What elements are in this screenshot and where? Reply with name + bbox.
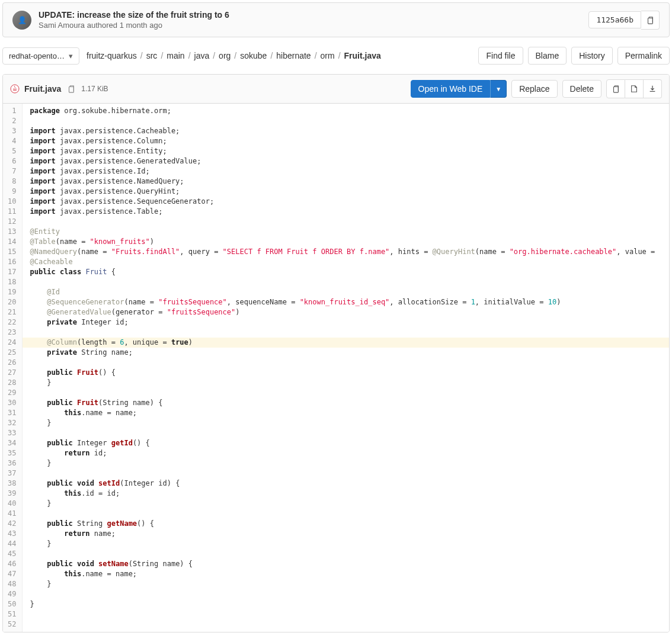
permalink-button[interactable]: Permalink	[617, 47, 670, 65]
line-number[interactable]: 2	[8, 116, 16, 126]
line-number[interactable]: 31	[8, 408, 16, 418]
code-line: }	[30, 499, 669, 509]
code-line	[30, 509, 669, 519]
branch-select[interactable]: redhat-opentour… ▾	[2, 47, 79, 65]
breadcrumb-item[interactable]: hibernate	[276, 51, 311, 60]
line-number[interactable]: 28	[8, 378, 16, 388]
line-number[interactable]: 47	[8, 569, 16, 579]
line-number[interactable]: 44	[8, 539, 16, 549]
line-number[interactable]: 10	[8, 197, 16, 207]
line-number[interactable]: 33	[8, 428, 16, 438]
line-number[interactable]: 40	[8, 499, 16, 509]
replace-button[interactable]: Replace	[511, 80, 557, 98]
commit-sha[interactable]: 1125a66b	[588, 11, 641, 28]
file-size: 1.17 KiB	[81, 85, 108, 93]
line-number[interactable]: 36	[8, 458, 16, 468]
code-line: this.name = name;	[30, 569, 669, 579]
open-ide-dropdown[interactable]: ▼	[490, 80, 507, 98]
line-number[interactable]: 14	[8, 237, 16, 247]
code-line	[30, 327, 669, 338]
code-line: @Table(name = "known_fruits")	[30, 237, 669, 247]
code-line: return id;	[30, 448, 669, 458]
line-number[interactable]: 18	[8, 277, 16, 287]
line-number[interactable]: 13	[8, 227, 16, 237]
code-line	[30, 277, 669, 287]
line-number[interactable]: 41	[8, 509, 16, 519]
line-number[interactable]: 20	[8, 297, 16, 307]
line-number[interactable]: 4	[8, 136, 16, 146]
history-button[interactable]: History	[571, 47, 613, 65]
breadcrumb-item[interactable]: sokube	[240, 51, 267, 60]
code-line: }	[30, 418, 669, 428]
line-number[interactable]: 1	[8, 106, 16, 116]
breadcrumb-item[interactable]: org	[219, 51, 231, 60]
breadcrumb-item[interactable]: orm	[321, 51, 335, 60]
line-number[interactable]: 35	[8, 448, 16, 458]
blame-button[interactable]: Blame	[528, 47, 567, 65]
line-number[interactable]: 29	[8, 388, 16, 398]
open-ide-button[interactable]: Open in Web IDE	[411, 80, 491, 98]
line-number[interactable]: 52	[8, 619, 16, 630]
line-number[interactable]: 23	[8, 327, 16, 338]
code-line: import javax.persistence.GeneratedValue;	[30, 156, 669, 166]
line-number[interactable]: 25	[8, 348, 16, 358]
line-number[interactable]: 34	[8, 438, 16, 448]
line-number[interactable]: 30	[8, 398, 16, 408]
download-button[interactable]	[644, 79, 662, 98]
line-number[interactable]: 37	[8, 468, 16, 479]
line-number[interactable]: 3	[8, 126, 16, 136]
line-number[interactable]: 17	[8, 267, 16, 277]
line-number[interactable]: 6	[8, 156, 16, 166]
line-number[interactable]: 42	[8, 519, 16, 529]
breadcrumb-item[interactable]: Fruit.java	[344, 51, 381, 60]
line-number[interactable]: 39	[8, 489, 16, 499]
line-number[interactable]: 16	[8, 257, 16, 267]
line-number[interactable]: 46	[8, 559, 16, 569]
code-line: public String getName() {	[30, 519, 669, 529]
line-number[interactable]: 12	[8, 217, 16, 227]
line-number[interactable]: 22	[8, 317, 16, 327]
code-line: public Fruit(String name) {	[30, 398, 669, 408]
line-number[interactable]: 45	[8, 549, 16, 559]
file-name: Fruit.java	[24, 84, 61, 94]
line-number[interactable]: 7	[8, 166, 16, 176]
code-line: @Id	[30, 287, 669, 297]
line-number[interactable]: 15	[8, 247, 16, 257]
line-number[interactable]: 11	[8, 207, 16, 217]
code-line: @GeneratedValue(generator = "fruitsSeque…	[30, 307, 669, 317]
line-number[interactable]: 43	[8, 529, 16, 539]
breadcrumb-item[interactable]: src	[146, 51, 158, 60]
line-number[interactable]: 50	[8, 599, 16, 609]
breadcrumb: fruitz-quarkus/src/main/java/org/sokube/…	[87, 51, 381, 60]
code-line: public void setName(String name) {	[30, 559, 669, 569]
java-file-icon	[10, 84, 20, 94]
breadcrumb-item[interactable]: java	[194, 51, 210, 60]
code-line	[30, 428, 669, 438]
line-number[interactable]: 48	[8, 579, 16, 589]
breadcrumb-item[interactable]: main	[167, 51, 184, 60]
code-line: public Integer getId() {	[30, 438, 669, 448]
line-number[interactable]: 26	[8, 358, 16, 368]
breadcrumb-item[interactable]: fruitz-quarkus	[87, 51, 137, 60]
find-file-button[interactable]: Find file	[478, 47, 523, 65]
copy-sha-button[interactable]	[641, 11, 660, 30]
line-number[interactable]: 38	[8, 479, 16, 489]
line-number[interactable]: 51	[8, 609, 16, 619]
line-number[interactable]: 27	[8, 368, 16, 378]
code-line	[30, 468, 669, 479]
copy-contents-button[interactable]	[606, 79, 625, 98]
commit-author[interactable]: Sami Amoura	[39, 21, 85, 30]
raw-button[interactable]	[625, 79, 644, 98]
code-line: @SequenceGenerator(name = "fruitsSequenc…	[30, 297, 669, 307]
line-number[interactable]: 24	[8, 338, 16, 348]
line-number[interactable]: 5	[8, 146, 16, 156]
delete-button[interactable]: Delete	[562, 80, 601, 98]
line-number[interactable]: 8	[8, 176, 16, 187]
code-line: import javax.persistence.NamedQuery;	[30, 176, 669, 187]
line-number[interactable]: 32	[8, 418, 16, 428]
line-number[interactable]: 49	[8, 589, 16, 599]
line-number[interactable]: 9	[8, 187, 16, 197]
line-number[interactable]: 19	[8, 287, 16, 297]
line-number[interactable]: 21	[8, 307, 16, 317]
copy-path-button[interactable]	[66, 79, 76, 98]
